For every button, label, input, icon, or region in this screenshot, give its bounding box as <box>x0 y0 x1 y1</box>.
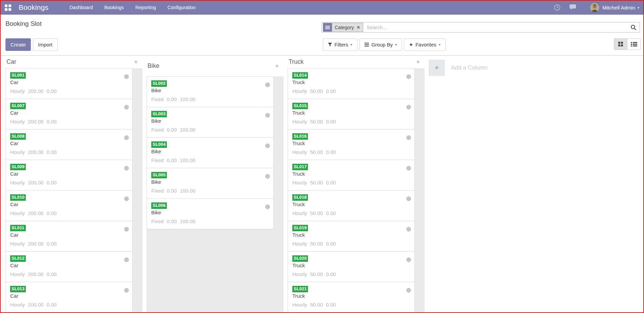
kanban-view-button[interactable] <box>614 38 627 50</box>
kanban-card[interactable]: SL002 Bike Fixed 0.00 100.00 <box>147 76 274 107</box>
card-code-badge: SL021 <box>292 286 308 292</box>
card-category: Car <box>10 201 128 207</box>
list-view-button[interactable] <box>627 38 641 50</box>
kanban-grid-icon <box>618 42 623 46</box>
card-category: Car <box>10 232 128 238</box>
search-icon[interactable] <box>630 24 637 31</box>
top-menu-item-reporting[interactable]: Reporting <box>135 5 156 10</box>
user-avatar[interactable] <box>590 3 599 12</box>
kanban-state-dot-icon[interactable] <box>265 82 270 87</box>
kanban-state-dot-icon[interactable] <box>124 74 129 79</box>
kanban-state-dot-icon[interactable] <box>265 143 270 148</box>
kanban-card[interactable]: SL013 Car Hourly 200.00 0.00 <box>5 282 133 313</box>
kanban-state-dot-icon[interactable] <box>406 166 411 171</box>
kanban-state-dot-icon[interactable] <box>406 257 411 262</box>
card-pricing: Hourly 50.00 0.00 <box>292 149 410 155</box>
top-menu: DashboardBookingsReportingConfiguration <box>70 5 196 10</box>
card-category: Truck <box>292 79 410 85</box>
kanban-column: Truck + SL014 Truck Hourly 50.00 0.00 SL… <box>288 56 425 313</box>
kanban-card[interactable]: SL008 Car Hourly 200.00 0.00 <box>5 129 133 160</box>
kanban-column-header: Bike + <box>147 56 284 76</box>
group-by-caret-icon: ▾ <box>395 43 397 46</box>
app-brand[interactable]: Bookings <box>19 3 48 12</box>
kanban-card[interactable]: SL011 Car Hourly 200.00 0.00 <box>5 221 133 252</box>
kanban-state-dot-icon[interactable] <box>406 288 411 293</box>
add-column-area: + Add a Column <box>429 60 488 76</box>
kanban-card[interactable]: SL009 Car Hourly 200.00 0.00 <box>5 160 133 191</box>
card-pricing: Hourly 200.00 0.00 <box>10 241 128 247</box>
search-option-buttons: Filters ▾ Group By ▾ ★ Favorites ▾ <box>323 38 446 51</box>
user-name[interactable]: Mitchell Admin <box>602 5 635 11</box>
kanban-card[interactable]: SL016 Truck Hourly 50.00 0.00 <box>288 129 415 160</box>
kanban-state-dot-icon[interactable] <box>265 204 270 209</box>
view-switcher <box>614 38 641 50</box>
card-pricing: Hourly 50.00 0.00 <box>292 180 410 185</box>
group-by-button[interactable]: Group By ▾ <box>359 38 402 51</box>
kanban-state-dot-icon[interactable] <box>265 113 270 118</box>
kanban-card[interactable]: SL003 Bike Fixed 0.00 100.00 <box>147 107 274 138</box>
kanban-state-dot-icon[interactable] <box>406 74 411 79</box>
column-quick-create-icon[interactable]: + <box>134 59 138 65</box>
kanban-card[interactable]: SL019 Truck Hourly 50.00 0.00 <box>288 221 415 252</box>
card-category: Bike <box>151 179 269 185</box>
kanban-card[interactable]: SL010 Car Hourly 200.00 0.00 <box>5 190 133 221</box>
kanban-board: Car + SL001 Car Hourly 200.00 0.00 SL007… <box>1 56 643 313</box>
top-menu-item-dashboard[interactable]: Dashboard <box>70 5 93 10</box>
add-column-button[interactable]: + <box>429 60 445 76</box>
card-pricing: Hourly 200.00 0.00 <box>10 210 128 216</box>
kanban-state-dot-icon[interactable] <box>124 135 129 140</box>
apps-menu-icon[interactable] <box>5 4 11 11</box>
card-pricing: Hourly 200.00 0.00 <box>10 302 128 308</box>
card-pricing: Hourly 200.00 0.00 <box>10 88 128 94</box>
kanban-state-dot-icon[interactable] <box>124 257 129 262</box>
kanban-column-header: Truck + <box>288 56 425 68</box>
card-pricing: Hourly 50.00 0.00 <box>292 241 410 247</box>
kanban-card[interactable]: SL001 Car Hourly 200.00 0.00 <box>5 68 133 99</box>
kanban-card[interactable]: SL021 Truck Hourly 50.00 0.00 <box>288 282 415 313</box>
kanban-card[interactable]: SL015 Truck Hourly 50.00 0.00 <box>288 99 415 130</box>
kanban-card[interactable]: SL014 Truck Hourly 50.00 0.00 <box>288 68 415 99</box>
kanban-column: Car + SL001 Car Hourly 200.00 0.00 SL007… <box>5 56 142 313</box>
kanban-column-title: Car <box>6 58 16 65</box>
kanban-card[interactable]: SL006 Bike Fixed 0.00 100.00 <box>147 198 274 229</box>
kanban-state-dot-icon[interactable] <box>124 288 129 293</box>
user-menu-caret-icon[interactable]: ▾ <box>638 6 639 9</box>
card-code-badge: SL006 <box>151 202 167 209</box>
search-box: Category ✕ <box>321 22 640 33</box>
facet-remove-icon[interactable]: ✕ <box>357 25 363 30</box>
kanban-state-dot-icon[interactable] <box>124 196 129 201</box>
card-code-badge: SL010 <box>10 194 26 201</box>
create-button[interactable]: Create <box>5 38 31 51</box>
kanban-card[interactable]: SL020 Truck Hourly 50.00 0.00 <box>288 251 415 282</box>
kanban-state-dot-icon[interactable] <box>124 166 129 171</box>
kanban-card[interactable]: SL018 Truck Hourly 50.00 0.00 <box>288 190 415 221</box>
kanban-card[interactable]: SL005 Bike Fixed 0.00 100.00 <box>147 168 274 199</box>
kanban-card[interactable]: SL004 Bike Fixed 0.00 100.00 <box>147 137 274 168</box>
activity-clock-icon[interactable] <box>554 4 561 11</box>
card-code-badge: SL011 <box>10 225 26 231</box>
kanban-card[interactable]: SL007 Car Hourly 200.00 0.00 <box>5 99 133 130</box>
kanban-state-dot-icon[interactable] <box>406 227 411 232</box>
kanban-state-dot-icon[interactable] <box>406 196 411 201</box>
column-quick-create-icon[interactable]: + <box>275 63 279 69</box>
card-pricing: Fixed 0.00 100.00 <box>151 188 269 194</box>
card-code-badge: SL012 <box>10 255 26 262</box>
column-quick-create-icon[interactable]: + <box>416 59 420 65</box>
kanban-state-dot-icon[interactable] <box>124 105 129 110</box>
kanban-card[interactable]: SL012 Car Hourly 200.00 0.00 <box>5 251 133 282</box>
top-menu-item-bookings[interactable]: Bookings <box>104 5 124 10</box>
kanban-state-dot-icon[interactable] <box>124 227 129 232</box>
import-button[interactable]: Import <box>33 38 58 51</box>
control-panel: Booking Slot Category ✕ Create Import Fi… <box>1 15 643 56</box>
kanban-state-dot-icon[interactable] <box>406 135 411 140</box>
messages-chat-icon[interactable] <box>569 4 577 11</box>
filters-button[interactable]: Filters ▾ <box>323 38 357 51</box>
kanban-card[interactable]: SL017 Truck Hourly 50.00 0.00 <box>288 160 415 191</box>
page-title: Booking Slot <box>5 20 42 27</box>
top-menu-item-configuration[interactable]: Configuration <box>168 5 196 10</box>
card-pricing: Hourly 50.00 0.00 <box>292 210 410 216</box>
search-input[interactable] <box>363 24 630 31</box>
kanban-state-dot-icon[interactable] <box>265 174 270 179</box>
favorites-button[interactable]: ★ Favorites ▾ <box>404 38 445 51</box>
kanban-state-dot-icon[interactable] <box>406 105 411 110</box>
